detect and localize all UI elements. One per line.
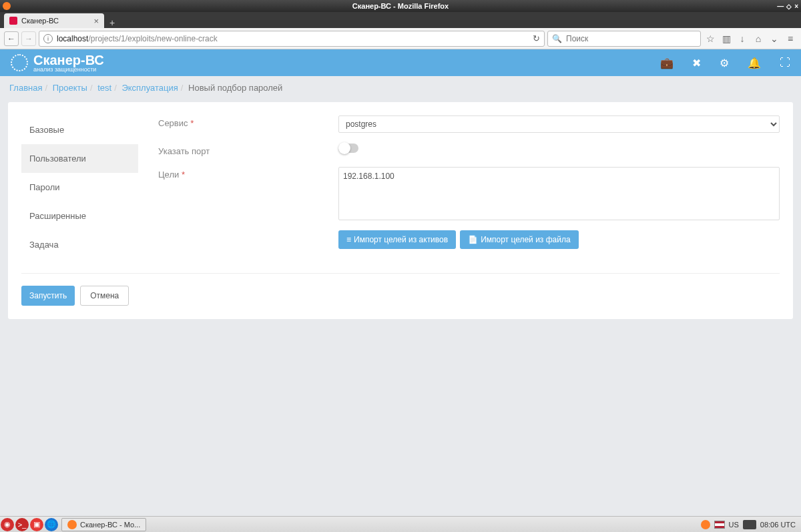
firefox-icon [67,520,77,529]
app-logo[interactable]: Сканер-ВС анализ защищенности [11,53,104,73]
breadcrumb-link[interactable]: Эксплуатация [121,83,178,93]
vertical-tabs: Базовые Пользователи Пароли Расширенные … [21,115,138,260]
pocket-icon[interactable]: ⌄ [768,32,781,45]
import-from-file-button[interactable]: 📄 Импорт целей из файла [460,230,578,249]
file-icon: 📄 [468,235,478,244]
url-text: localhost/projects/1/exploits/new-online… [57,34,218,43]
menu-icon[interactable]: ≡ [784,32,797,45]
favicon [9,17,17,25]
tray-flag-icon[interactable] [714,521,725,529]
firefox-icon [3,2,11,10]
site-info-icon[interactable]: i [43,34,53,43]
search-input[interactable] [566,34,696,43]
breadcrumb-link[interactable]: Проекты [53,83,87,93]
browser-tab[interactable]: Сканер-ВС × [4,13,104,28]
briefcase-icon[interactable]: 💼 [660,57,674,69]
breadcrumb-link[interactable]: Главная [9,83,42,93]
tab-title: Сканер-ВС [21,17,59,25]
downloads-icon[interactable]: ↓ [736,32,749,45]
targets-input[interactable] [338,167,780,220]
logo-icon [11,54,28,71]
new-tab-button[interactable]: + [104,17,120,28]
tab-close-icon[interactable]: × [93,16,99,26]
browser-tab-strip: Сканер-ВС × + [0,12,801,28]
cancel-button[interactable]: Отмена [80,286,129,306]
maximize-button[interactable]: ◇ [786,3,792,10]
form: Сервис * postgres Указать порт Цели * [138,115,780,260]
breadcrumb-current: Новый подбор паролей [188,83,282,93]
fullscreen-icon[interactable]: ⛶ [780,57,790,69]
run-button[interactable]: Запустить [21,286,75,306]
tray-firefox-icon[interactable] [701,520,710,529]
minimize-button[interactable]: — [777,3,784,10]
breadcrumb-link[interactable]: test [97,83,111,93]
home-icon[interactable]: ⌂ [752,32,765,45]
gear-icon[interactable]: ⚙ [720,57,729,69]
tray-lang[interactable]: US [729,521,739,529]
taskbar-terminal-icon[interactable]: >_ [15,518,29,531]
browser-toolbar: ← → i localhost/projects/1/exploits/new-… [0,28,801,49]
tray-clock: 08:06 UTC [760,521,796,529]
back-button[interactable]: ← [4,31,19,46]
tools-icon[interactable]: ✖ [692,57,701,69]
tab-task[interactable]: Задача [21,230,138,259]
window-title: Сканер-ВС - Mozilla Firefox [352,2,449,10]
tab-basic[interactable]: Базовые [21,115,138,144]
import-from-assets-button[interactable]: ≡ Импорт целей из активов [338,230,456,249]
close-button[interactable]: × [794,3,798,10]
tray-keyboard-icon[interactable] [743,520,756,529]
taskbar-browser-icon[interactable]: 🌐 [45,518,58,531]
taskbar-task[interactable]: Сканер-ВС - Mo... [61,518,146,531]
os-taskbar: ◉ >_ ▣ 🌐 Сканер-ВС - Mo... US 08:06 UTC [0,516,801,532]
tab-advanced[interactable]: Расширенные [21,202,138,230]
port-label: Указать порт [158,144,338,156]
search-icon: 🔍 [552,34,562,43]
tab-passwords[interactable]: Пароли [21,173,138,202]
bell-icon[interactable]: 🔔 [748,57,761,69]
bookmark-icon[interactable]: ☆ [704,32,717,45]
url-bar[interactable]: i localhost/projects/1/exploits/new-onli… [39,31,545,47]
app-header: Сканер-ВС анализ защищенности 💼 ✖ ⚙ 🔔 ⛶ [0,49,801,76]
reload-icon[interactable]: ↻ [533,33,540,43]
taskbar-task-label: Сканер-ВС - Mo... [80,521,140,529]
forward-button[interactable]: → [21,31,36,46]
brand-tagline: анализ защищенности [33,67,104,73]
targets-label: Цели * [158,167,338,180]
panel-footer: Запустить Отмена [21,273,780,306]
list-icon: ≡ [346,235,351,244]
brand-name: Сканер-ВС [33,53,104,67]
library-icon[interactable]: ▥ [720,32,733,45]
breadcrumb: Главная/ Проекты/ test/ Эксплуатация/ Но… [0,76,801,98]
tab-users[interactable]: Пользователи [21,144,138,173]
browser-search[interactable]: 🔍 [547,31,701,47]
service-select[interactable]: postgres [338,115,780,133]
taskbar-files-icon[interactable]: ▣ [30,518,43,531]
service-label: Сервис * [158,115,338,128]
main-panel: Базовые Пользователи Пароли Расширенные … [8,102,793,319]
os-titlebar: Сканер-ВС - Mozilla Firefox — ◇ × [0,0,801,12]
taskbar-app-icon[interactable]: ◉ [1,518,14,531]
port-toggle[interactable] [338,144,358,153]
